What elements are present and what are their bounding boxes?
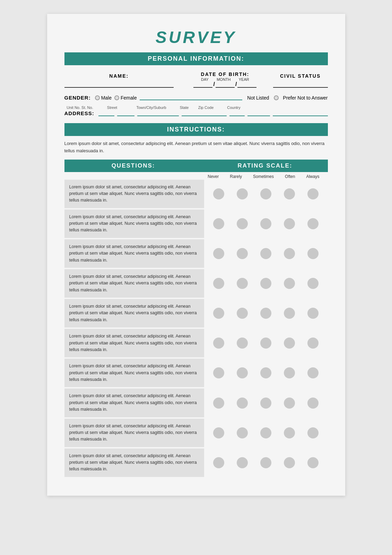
rating-dot-9-0[interactable] [213, 457, 224, 468]
question-row-7: Lorem ipsum dolor sit amet, consectetur … [64, 388, 328, 418]
gender-row: GENDER: Male Female Not Listed Prefer No… [64, 95, 328, 101]
addr-state-input[interactable] [229, 111, 245, 116]
rating-dot-6-4[interactable] [307, 367, 319, 378]
pi-row1: NAME: DATE OF BIRTH: DAY MONTH YEAR / [64, 69, 328, 88]
rating-dot-6-0[interactable] [213, 367, 224, 378]
rating-dot-7-1[interactable] [237, 398, 248, 409]
rating-dot-6-2[interactable] [260, 367, 271, 378]
rating-dot-8-3[interactable] [284, 427, 295, 438]
gender-male-option[interactable]: Male [95, 95, 112, 101]
civil-status-input[interactable] [273, 82, 328, 88]
rating-dot-4-0[interactable] [213, 308, 224, 319]
rating-dot-0-2[interactable] [260, 188, 271, 199]
rating-dot-4-4[interactable] [307, 308, 319, 319]
addr-zip-input[interactable] [247, 111, 270, 116]
rating-dot-1-1[interactable] [237, 218, 248, 229]
rating-dot-0-1[interactable] [237, 188, 248, 199]
rating-dot-9-2[interactable] [260, 457, 271, 468]
rating-dot-9-3[interactable] [284, 457, 295, 468]
rating-dot-9-1[interactable] [237, 457, 248, 468]
rating-dot-2-2[interactable] [260, 248, 271, 259]
rating-dot-4-1[interactable] [237, 308, 248, 319]
rating-dot-8-4[interactable] [307, 427, 319, 438]
dob-sub-labels: DAY MONTH YEAR [184, 77, 266, 82]
rating-dot-4-3[interactable] [284, 308, 295, 319]
rating-header-cell: RATING SCALE: [202, 160, 328, 172]
rating-never: Never [208, 174, 219, 179]
question-row-0: Lorem ipsum dolor sit amet, consectetur … [64, 180, 328, 210]
addr-street-input[interactable] [137, 111, 179, 116]
rating-dot-3-4[interactable] [307, 278, 319, 289]
question-row-5: Lorem ipsum dolor sit amet, consectetur … [64, 329, 328, 359]
question-text-1: Lorem ipsum dolor sit amet, consectetur … [64, 210, 204, 239]
rating-dot-2-4[interactable] [307, 248, 319, 259]
dob-year-label: YEAR [239, 77, 249, 82]
addr-col-country: Country [220, 105, 248, 110]
rating-dot-7-2[interactable] [260, 398, 271, 409]
female-radio[interactable] [114, 95, 119, 100]
question-row-1: Lorem ipsum dolor sit amet, consectetur … [64, 210, 328, 239]
addr-city-input[interactable] [182, 111, 227, 116]
questions-rating-container: QUESTIONS: RATING SCALE: Never Rarely So… [64, 160, 328, 478]
rating-dot-2-0[interactable] [213, 248, 224, 259]
dob-year-input[interactable] [237, 82, 256, 88]
questions-header: QUESTIONS: [64, 160, 202, 172]
name-input[interactable] [64, 82, 174, 88]
gender-other-input[interactable] [140, 95, 243, 100]
rating-row-2 [204, 239, 328, 269]
rating-dot-2-3[interactable] [284, 248, 295, 259]
rating-row-5 [204, 329, 328, 359]
rating-dot-7-3[interactable] [284, 398, 295, 409]
address-fields-row: ADDRESS: [64, 110, 328, 116]
question-text-7: Lorem ipsum dolor sit amet, consectetur … [64, 388, 204, 418]
rating-dot-7-4[interactable] [307, 398, 319, 409]
rating-dot-1-4[interactable] [307, 218, 319, 229]
male-radio[interactable] [95, 95, 100, 100]
rating-row-6 [204, 359, 328, 388]
question-row-2: Lorem ipsum dolor sit amet, consectetur … [64, 239, 328, 269]
rating-dot-3-0[interactable] [213, 278, 224, 289]
dob-month-input[interactable] [216, 82, 235, 88]
rating-dot-7-0[interactable] [213, 398, 224, 409]
rating-dot-8-2[interactable] [260, 427, 271, 438]
rating-dot-3-2[interactable] [260, 278, 271, 289]
question-text-4: Lorem ipsum dolor sit amet, consectetur … [64, 299, 204, 329]
rating-dot-1-3[interactable] [284, 218, 295, 229]
rating-often: Often [285, 174, 295, 179]
rating-dot-3-1[interactable] [237, 278, 248, 289]
rating-rarely: Rarely [230, 174, 242, 179]
rating-dot-0-4[interactable] [307, 188, 319, 199]
prefer-not-radio[interactable] [274, 95, 279, 100]
name-block: NAME: [64, 73, 181, 88]
rating-dot-6-1[interactable] [237, 367, 248, 378]
rating-dot-0-0[interactable] [213, 188, 224, 199]
dob-day-input[interactable] [193, 82, 212, 88]
rating-dot-9-4[interactable] [307, 457, 319, 468]
addr-stno-input[interactable] [117, 111, 134, 116]
rating-dot-8-1[interactable] [237, 427, 248, 438]
rating-dot-5-3[interactable] [284, 338, 295, 349]
rating-dot-2-1[interactable] [237, 248, 248, 259]
rating-dot-1-0[interactable] [213, 218, 224, 229]
rating-dot-5-4[interactable] [307, 338, 319, 349]
rating-dot-5-0[interactable] [213, 338, 224, 349]
rating-dot-4-2[interactable] [260, 308, 271, 319]
rating-dot-6-3[interactable] [284, 367, 295, 378]
dob-sep2: / [235, 82, 237, 87]
rating-dot-5-1[interactable] [237, 338, 248, 349]
addr-country-input[interactable] [273, 111, 328, 116]
question-text-0: Lorem ipsum dolor sit amet, consectetur … [64, 180, 204, 210]
rating-row-3 [204, 269, 328, 299]
rating-labels-row: Never Rarely Sometimes Often Always [64, 172, 328, 180]
question-row-9: Lorem ipsum dolor sit amet, consectetur … [64, 449, 328, 478]
rating-scale-labels: Never Rarely Sometimes Often Always [199, 172, 328, 180]
rating-dot-1-2[interactable] [260, 218, 271, 229]
rating-dot-0-3[interactable] [284, 188, 295, 199]
gender-female-option[interactable]: Female [114, 95, 137, 101]
addr-unit-input[interactable] [98, 111, 114, 116]
rating-dot-3-3[interactable] [284, 278, 295, 289]
rating-row-7 [204, 388, 328, 418]
survey-title: SURVEY [64, 28, 328, 47]
rating-dot-5-2[interactable] [260, 338, 271, 349]
rating-dot-8-0[interactable] [213, 427, 224, 438]
